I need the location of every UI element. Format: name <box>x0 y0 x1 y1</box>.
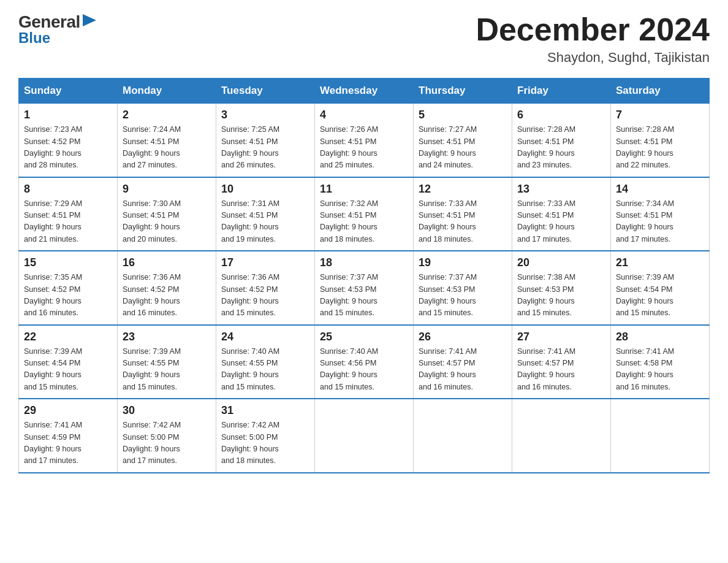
day-info: Sunrise: 7:41 AMSunset: 4:57 PMDaylight:… <box>517 346 605 394</box>
day-info: Sunrise: 7:28 AMSunset: 4:51 PMDaylight:… <box>517 124 605 172</box>
calendar-header: Sunday Monday Tuesday Wednesday Thursday… <box>19 79 710 104</box>
header-sunday: Sunday <box>19 79 118 104</box>
day-number: 7 <box>616 109 704 121</box>
table-row: 11Sunrise: 7:32 AMSunset: 4:51 PMDayligh… <box>315 177 414 251</box>
day-info: Sunrise: 7:39 AMSunset: 4:55 PMDaylight:… <box>123 346 211 394</box>
table-row: 2Sunrise: 7:24 AMSunset: 4:51 PMDaylight… <box>118 104 216 177</box>
table-row: 24Sunrise: 7:40 AMSunset: 4:55 PMDayligh… <box>216 325 315 399</box>
table-row: 8Sunrise: 7:29 AMSunset: 4:51 PMDaylight… <box>19 177 118 251</box>
day-number: 11 <box>320 183 408 196</box>
table-row: 25Sunrise: 7:40 AMSunset: 4:56 PMDayligh… <box>315 325 414 399</box>
table-row: 19Sunrise: 7:37 AMSunset: 4:53 PMDayligh… <box>414 251 512 325</box>
calendar-week-row: 29Sunrise: 7:41 AMSunset: 4:59 PMDayligh… <box>19 399 710 473</box>
day-info: Sunrise: 7:40 AMSunset: 4:56 PMDaylight:… <box>320 346 408 394</box>
table-row: 4Sunrise: 7:26 AMSunset: 4:51 PMDaylight… <box>315 104 414 177</box>
day-number: 24 <box>221 331 309 343</box>
day-number: 29 <box>24 404 112 417</box>
day-number: 19 <box>419 256 507 269</box>
day-info: Sunrise: 7:26 AMSunset: 4:51 PMDaylight:… <box>320 124 408 172</box>
day-info: Sunrise: 7:39 AMSunset: 4:54 PMDaylight:… <box>616 272 704 320</box>
table-row: 21Sunrise: 7:39 AMSunset: 4:54 PMDayligh… <box>611 251 710 325</box>
day-info: Sunrise: 7:33 AMSunset: 4:51 PMDaylight:… <box>517 198 605 246</box>
day-info: Sunrise: 7:41 AMSunset: 4:59 PMDaylight:… <box>24 419 112 467</box>
day-info: Sunrise: 7:37 AMSunset: 4:53 PMDaylight:… <box>419 272 507 320</box>
day-info: Sunrise: 7:25 AMSunset: 4:51 PMDaylight:… <box>221 124 309 172</box>
day-info: Sunrise: 7:42 AMSunset: 5:00 PMDaylight:… <box>123 419 211 467</box>
day-info: Sunrise: 7:23 AMSunset: 4:52 PMDaylight:… <box>24 124 112 172</box>
day-number: 13 <box>517 183 605 196</box>
day-number: 23 <box>123 331 211 343</box>
calendar-week-row: 15Sunrise: 7:35 AMSunset: 4:52 PMDayligh… <box>19 251 710 325</box>
day-info: Sunrise: 7:31 AMSunset: 4:51 PMDaylight:… <box>221 198 309 246</box>
table-row <box>414 399 512 473</box>
calendar-table: Sunday Monday Tuesday Wednesday Thursday… <box>18 78 710 473</box>
table-row: 22Sunrise: 7:39 AMSunset: 4:54 PMDayligh… <box>19 325 118 399</box>
page-header: General Blue December 2024 Shaydon, Sugh… <box>18 12 710 66</box>
day-info: Sunrise: 7:36 AMSunset: 4:52 PMDaylight:… <box>123 272 211 320</box>
day-number: 9 <box>123 183 211 196</box>
header-thursday: Thursday <box>414 79 512 104</box>
day-number: 2 <box>123 109 211 121</box>
table-row: 14Sunrise: 7:34 AMSunset: 4:51 PMDayligh… <box>611 177 710 251</box>
table-row: 15Sunrise: 7:35 AMSunset: 4:52 PMDayligh… <box>19 251 118 325</box>
header-tuesday: Tuesday <box>216 79 315 104</box>
table-row: 30Sunrise: 7:42 AMSunset: 5:00 PMDayligh… <box>118 399 216 473</box>
day-number: 5 <box>419 109 507 121</box>
table-row: 6Sunrise: 7:28 AMSunset: 4:51 PMDaylight… <box>512 104 611 177</box>
day-info: Sunrise: 7:34 AMSunset: 4:51 PMDaylight:… <box>616 198 704 246</box>
table-row: 31Sunrise: 7:42 AMSunset: 5:00 PMDayligh… <box>216 399 315 473</box>
day-info: Sunrise: 7:27 AMSunset: 4:51 PMDaylight:… <box>419 124 507 172</box>
day-info: Sunrise: 7:42 AMSunset: 5:00 PMDaylight:… <box>221 419 309 467</box>
day-info: Sunrise: 7:40 AMSunset: 4:55 PMDaylight:… <box>221 346 309 394</box>
header-saturday: Saturday <box>611 79 710 104</box>
day-info: Sunrise: 7:30 AMSunset: 4:51 PMDaylight:… <box>123 198 211 246</box>
day-number: 10 <box>221 183 309 196</box>
day-number: 31 <box>221 404 309 417</box>
day-number: 12 <box>419 183 507 196</box>
table-row: 27Sunrise: 7:41 AMSunset: 4:57 PMDayligh… <box>512 325 611 399</box>
table-row: 12Sunrise: 7:33 AMSunset: 4:51 PMDayligh… <box>414 177 512 251</box>
day-info: Sunrise: 7:24 AMSunset: 4:51 PMDaylight:… <box>123 124 211 172</box>
calendar-week-row: 1Sunrise: 7:23 AMSunset: 4:52 PMDaylight… <box>19 104 710 177</box>
day-number: 27 <box>517 331 605 343</box>
table-row: 17Sunrise: 7:36 AMSunset: 4:52 PMDayligh… <box>216 251 315 325</box>
calendar-week-row: 8Sunrise: 7:29 AMSunset: 4:51 PMDaylight… <box>19 177 710 251</box>
header-wednesday: Wednesday <box>315 79 414 104</box>
table-row: 16Sunrise: 7:36 AMSunset: 4:52 PMDayligh… <box>118 251 216 325</box>
calendar-body: 1Sunrise: 7:23 AMSunset: 4:52 PMDaylight… <box>19 104 710 473</box>
table-row: 1Sunrise: 7:23 AMSunset: 4:52 PMDaylight… <box>19 104 118 177</box>
day-number: 16 <box>123 256 211 269</box>
table-row: 29Sunrise: 7:41 AMSunset: 4:59 PMDayligh… <box>19 399 118 473</box>
table-row: 18Sunrise: 7:37 AMSunset: 4:53 PMDayligh… <box>315 251 414 325</box>
title-section: December 2024 Shaydon, Sughd, Tajikistan <box>476 12 710 66</box>
table-row: 7Sunrise: 7:28 AMSunset: 4:51 PMDaylight… <box>611 104 710 177</box>
logo-blue-text: Blue <box>18 29 50 47</box>
logo: General Blue <box>18 12 96 47</box>
day-info: Sunrise: 7:33 AMSunset: 4:51 PMDaylight:… <box>419 198 507 246</box>
day-number: 20 <box>517 256 605 269</box>
table-row <box>512 399 611 473</box>
day-info: Sunrise: 7:29 AMSunset: 4:51 PMDaylight:… <box>24 198 112 246</box>
day-info: Sunrise: 7:39 AMSunset: 4:54 PMDaylight:… <box>24 346 112 394</box>
location-subtitle: Shaydon, Sughd, Tajikistan <box>476 50 710 66</box>
table-row: 10Sunrise: 7:31 AMSunset: 4:51 PMDayligh… <box>216 177 315 251</box>
day-number: 18 <box>320 256 408 269</box>
day-info: Sunrise: 7:28 AMSunset: 4:51 PMDaylight:… <box>616 124 704 172</box>
table-row: 13Sunrise: 7:33 AMSunset: 4:51 PMDayligh… <box>512 177 611 251</box>
day-number: 14 <box>616 183 704 196</box>
day-info: Sunrise: 7:41 AMSunset: 4:58 PMDaylight:… <box>616 346 704 394</box>
day-number: 26 <box>419 331 507 343</box>
day-number: 4 <box>320 109 408 121</box>
table-row: 26Sunrise: 7:41 AMSunset: 4:57 PMDayligh… <box>414 325 512 399</box>
header-friday: Friday <box>512 79 611 104</box>
table-row: 23Sunrise: 7:39 AMSunset: 4:55 PMDayligh… <box>118 325 216 399</box>
header-monday: Monday <box>118 79 216 104</box>
day-number: 6 <box>517 109 605 121</box>
day-number: 28 <box>616 331 704 343</box>
table-row: 5Sunrise: 7:27 AMSunset: 4:51 PMDaylight… <box>414 104 512 177</box>
day-info: Sunrise: 7:35 AMSunset: 4:52 PMDaylight:… <box>24 272 112 320</box>
day-info: Sunrise: 7:38 AMSunset: 4:53 PMDaylight:… <box>517 272 605 320</box>
logo-arrow-icon <box>83 14 96 26</box>
table-row: 9Sunrise: 7:30 AMSunset: 4:51 PMDaylight… <box>118 177 216 251</box>
calendar-week-row: 22Sunrise: 7:39 AMSunset: 4:54 PMDayligh… <box>19 325 710 399</box>
